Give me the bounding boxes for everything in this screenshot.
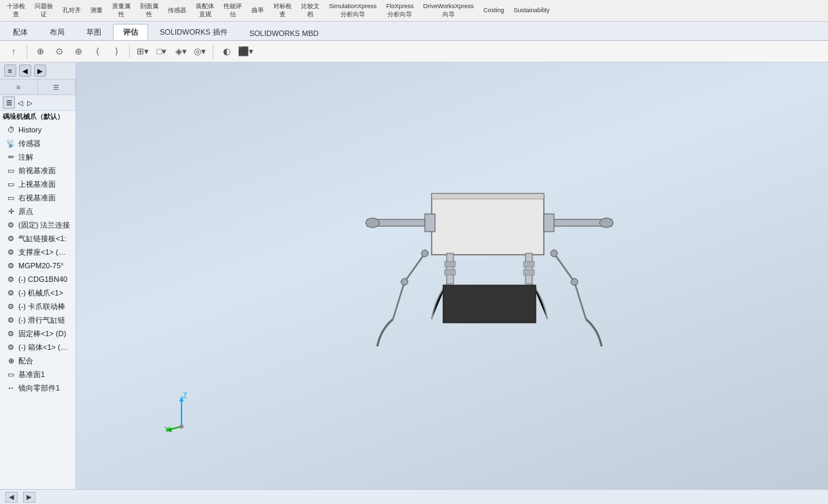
ribbon-item-costing[interactable]: Costing [479, 4, 508, 18]
sidebar-assembly-title[interactable]: 碼垛机械爪（默认） [0, 111, 75, 123]
tab-布局[interactable]: 布局 [39, 24, 75, 40]
status-left-btn[interactable]: ◀ [5, 492, 18, 503]
sidebar-item-sensors[interactable]: 📡传感器 [0, 137, 75, 150]
ribbon-item-interference-check[interactable]: 十涉检 查 [3, 0, 29, 21]
axis-indicator: Z Y [165, 393, 205, 435]
tree-view-btn[interactable]: ☰ [3, 96, 15, 109]
sidebar-icon-box-1: ⚙ [5, 342, 16, 353]
sidebar-collapse-btn[interactable]: ≡ [4, 65, 16, 77]
sidebar-tab-properties[interactable]: ☰ [38, 79, 76, 94]
toolbar-hide-show-btn[interactable]: ◈▾ [173, 43, 189, 60]
sidebar-icon-support-seat: ⚙ [5, 247, 16, 257]
ribbon-item-mass-props[interactable]: 质量属 性 [108, 0, 135, 21]
sidebar-icon-fixed-rod: ⚙ [5, 328, 16, 339]
sidebar-label-front-plane: 前视基准面 [18, 166, 56, 176]
sidebar-icon-cylinder-link: ⚙ [5, 233, 16, 244]
toolbar-zoom-sheet-btn[interactable]: ⊛ [70, 43, 86, 60]
toolbar-3dview-btn[interactable]: ⬛▾ [237, 43, 254, 60]
sidebar-item-annotations[interactable]: ✏注解 [0, 150, 75, 164]
tab-bar: 配体布局草图评估SOLIDWORKS 插件SOLIDWORKS MBD [0, 22, 828, 41]
viewport[interactable]: Z Y [76, 62, 828, 489]
toolbar-view-orient-btn[interactable]: ⊞▾ [135, 43, 151, 60]
sidebar-item-right-plane[interactable]: ▭右视基准面 [0, 191, 75, 204]
toolbar-sep-3 [213, 45, 213, 58]
toolbar-section-view-btn[interactable]: ◐ [218, 43, 235, 60]
sidebar-label-sensors: 传感器 [18, 139, 41, 149]
toolbar-appearance-btn[interactable]: ◎▾ [192, 43, 208, 60]
svg-text:Z: Z [183, 393, 187, 399]
sidebar-icon-plane1: ▭ [5, 369, 16, 380]
ribbon-item-issue-verify[interactable]: 问题验 证 [31, 0, 57, 21]
svg-point-4 [366, 218, 379, 228]
ribbon-item-measure[interactable]: 测量 [86, 4, 107, 18]
ribbon-item-benchmark[interactable]: 对标检 查 [269, 0, 296, 21]
sidebar-label-right-plane: 右视基准面 [18, 193, 56, 203]
toolbar: ↑ ⊕ ⊙ ⊛ ⟨ ⟩ ⊞▾ □▾ ◈▾ ◎▾ ◐ ⬛▾ [0, 41, 828, 62]
ribbon-item-section-props[interactable]: 剖面属 性 [136, 0, 162, 21]
toolbar-zoom-fit-btn[interactable]: ⊕ [32, 43, 48, 60]
ribbon-item-sustainability[interactable]: Sustainability [509, 4, 553, 18]
toolbar-sep-2 [129, 45, 130, 58]
tab-评估[interactable]: 评估 [113, 24, 148, 40]
status-right-btn[interactable]: ▶ [23, 492, 35, 503]
sidebar-item-mates[interactable]: ⊕配合 [0, 354, 75, 367]
sidebar-label-slide-cyl: (-) 滑行气缸链 [18, 315, 65, 325]
svg-rect-1 [432, 194, 544, 199]
sidebar-item-cylinder-link[interactable]: ⚙气缸链接板<1: [0, 232, 75, 245]
toolbar-zoom-area-btn[interactable]: ⊙ [51, 43, 67, 60]
sidebar-item-history[interactable]: ⏱History [0, 123, 75, 137]
ribbon-item-compare-docs[interactable]: 比较文 档 [297, 0, 324, 21]
ribbon-item-hole-align[interactable]: 孔对齐 [58, 4, 85, 18]
sidebar-label-plane1: 基准面1 [18, 370, 45, 380]
sidebar-item-support-seat[interactable]: ⚙支撑座<1> (默认) [0, 245, 75, 259]
sidebar-icon-flange-connect: ⚙ [5, 219, 16, 230]
svg-line-11 [393, 282, 404, 319]
sidebar-item-cdg1bn40[interactable]: ⚙(-) CDG1BN40 [0, 272, 75, 286]
tab-配体[interactable]: 配体 [3, 24, 38, 40]
ribbon-item-assembly-view[interactable]: 装配体 直观 [192, 0, 218, 21]
sidebar-item-box-1[interactable]: ⚙(-) 箱体<1> (默认) [0, 340, 75, 354]
sidebar-right-btn[interactable]: ▶ [34, 65, 46, 77]
svg-text:Y: Y [165, 426, 169, 433]
toolbar-display-style-btn[interactable]: □▾ [154, 43, 170, 60]
sidebar-icon-claw-1: ⚙ [5, 287, 16, 298]
ribbon-item-perf-eval[interactable]: 性能评 估 [220, 0, 246, 21]
sidebar-tab-featuretree[interactable]: ≡ [0, 79, 38, 94]
sidebar-left-btn[interactable]: ◀ [19, 65, 31, 77]
sidebar-item-claw-link[interactable]: ⚙(-) 卡爪联动棒 [0, 300, 75, 313]
svg-line-10 [404, 253, 425, 282]
ribbon-bar: 十涉检 查问题验 证孔对齐测量质量属 性剖面属 性传感器装配体 直观性能评 估曲… [0, 0, 828, 22]
sidebar-label-mgpm20-75: MGPM20-75° [18, 262, 64, 270]
sidebar-label-origin: 原点 [18, 206, 33, 217]
sidebar-item-claw-1[interactable]: ⚙(-) 机械爪<1> [0, 286, 75, 300]
sidebar-icon-mgpm20-75: ⚙ [5, 260, 16, 271]
svg-rect-6 [425, 214, 435, 232]
sidebar-item-origin[interactable]: ✛原点 [0, 204, 75, 218]
toolbar-prev-btn[interactable]: ⟨ [89, 43, 105, 60]
ribbon-item-sim-xpress[interactable]: SimulationXpress 分析向导 [325, 0, 381, 21]
ribbon-item-driveworks-xpress[interactable]: DriveWorksXpress 向导 [419, 0, 478, 21]
toolbar-move-up-btn[interactable]: ↑ [5, 43, 22, 60]
model-3d [360, 173, 619, 378]
sidebar-icon-right-plane: ▭ [5, 192, 16, 203]
sidebar-item-mgpm20-75[interactable]: ⚙MGPM20-75° [0, 259, 75, 272]
sidebar-item-slide-cyl[interactable]: ⚙(-) 滑行气缸链 [0, 313, 75, 327]
toolbar-next-btn[interactable]: ⟩ [108, 43, 124, 60]
tab-草图[interactable]: 草图 [76, 24, 111, 40]
tab-solidworks_mbd[interactable]: SOLIDWORKS MBD [239, 26, 329, 40]
tab-solidworks_插件[interactable]: SOLIDWORKS 插件 [150, 24, 238, 40]
sidebar-item-fixed-rod[interactable]: ⚙固定棒<1> (D) [0, 327, 75, 340]
sidebar-item-front-plane[interactable]: ▭前视基准面 [0, 164, 75, 177]
sidebar-item-plane1[interactable]: ▭基准面1 [0, 367, 75, 381]
svg-point-5 [600, 218, 613, 228]
svg-rect-16 [523, 262, 534, 267]
ribbon-item-flo-xpress[interactable]: FloXpress 分析向导 [382, 0, 418, 21]
svg-rect-17 [445, 270, 455, 275]
svg-point-19 [421, 250, 428, 257]
sidebar-item-top-plane[interactable]: ▭上视基准面 [0, 177, 75, 191]
sidebar-item-flange-connect[interactable]: ⚙(固定) 法兰连接 [0, 218, 75, 232]
ribbon-item-sensors[interactable]: 传感器 [164, 4, 190, 18]
sidebar-item-mirror-comp[interactable]: ↔镜向零部件1 [0, 381, 75, 395]
sidebar-label-cylinder-link: 气缸链接板<1: [18, 234, 67, 244]
ribbon-item-curvature[interactable]: 曲率 [247, 4, 268, 18]
